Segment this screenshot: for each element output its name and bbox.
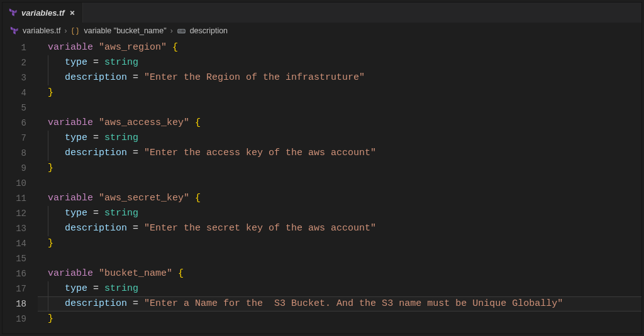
code-line[interactable] xyxy=(38,100,641,116)
line-number: 17 xyxy=(3,281,38,296)
code-line[interactable] xyxy=(38,176,641,191)
line-number-gutter: 12345678910111213141516171819 xyxy=(3,39,38,333)
code-line[interactable]: description = "Enter the secret key of t… xyxy=(38,221,641,236)
line-number: 1 xyxy=(3,40,38,55)
code-line[interactable]: description = "Enter the access key of t… xyxy=(38,146,641,161)
line-number: 13 xyxy=(3,221,38,236)
code-line[interactable]: } xyxy=(38,312,641,327)
breadcrumb-symbol[interactable]: variable "bucket_name" xyxy=(84,26,166,35)
terraform-file-icon xyxy=(10,26,19,35)
code-content[interactable]: variable "aws_region" { type = string de… xyxy=(38,39,641,333)
line-number: 19 xyxy=(3,312,38,327)
tab-label: variables.tf xyxy=(21,8,65,18)
line-number: 3 xyxy=(3,70,38,85)
tab-bar: variables.tf × xyxy=(3,3,641,23)
code-area[interactable]: 12345678910111213141516171819 variable "… xyxy=(3,39,641,333)
code-line[interactable]: variable "aws_secret_key" { xyxy=(38,191,641,206)
line-number: 12 xyxy=(3,206,38,221)
code-line[interactable]: description = "Enter the Region of the i… xyxy=(38,70,641,85)
line-number: 2 xyxy=(3,55,38,70)
code-line[interactable]: } xyxy=(38,161,641,176)
line-number: 6 xyxy=(3,116,38,131)
code-editor: variables.tf × variables.tf › variable "… xyxy=(3,3,641,333)
code-line[interactable]: variable "aws_access_key" { xyxy=(38,116,641,131)
line-number: 14 xyxy=(3,236,38,251)
tab-variables-tf[interactable]: variables.tf × xyxy=(3,3,83,23)
chevron-right-icon: › xyxy=(64,26,67,35)
code-line[interactable]: type = string xyxy=(38,55,641,70)
close-icon[interactable]: × xyxy=(69,8,76,18)
line-number: 8 xyxy=(3,146,38,161)
symbol-string-icon: abc xyxy=(177,26,186,36)
code-line[interactable]: type = string xyxy=(38,206,641,221)
code-line[interactable]: variable "bucket_name" { xyxy=(38,266,641,281)
code-line[interactable]: type = string xyxy=(38,281,641,296)
line-number: 10 xyxy=(3,176,38,191)
line-number: 18 xyxy=(3,296,38,312)
line-number: 9 xyxy=(3,161,38,176)
breadcrumb-field[interactable]: description xyxy=(190,26,228,35)
code-line[interactable]: description = "Enter a Name for the S3 B… xyxy=(38,296,641,312)
chevron-right-icon: › xyxy=(170,26,173,35)
line-number: 4 xyxy=(3,85,38,100)
line-number: 7 xyxy=(3,131,38,146)
line-number: 5 xyxy=(3,100,38,116)
code-line[interactable] xyxy=(38,251,641,266)
line-number: 16 xyxy=(3,266,38,281)
code-line[interactable]: } xyxy=(38,236,641,251)
symbol-namespace-icon xyxy=(70,26,80,36)
svg-text:abc: abc xyxy=(178,29,184,33)
line-number: 11 xyxy=(3,191,38,206)
breadcrumb-file[interactable]: variables.tf xyxy=(23,26,60,35)
terraform-file-icon xyxy=(9,8,18,17)
code-line[interactable]: } xyxy=(38,85,641,100)
code-line[interactable]: variable "aws_region" { xyxy=(38,40,641,55)
breadcrumb[interactable]: variables.tf › variable "bucket_name" › … xyxy=(3,23,641,39)
code-line[interactable]: type = string xyxy=(38,131,641,146)
line-number: 15 xyxy=(3,251,38,266)
